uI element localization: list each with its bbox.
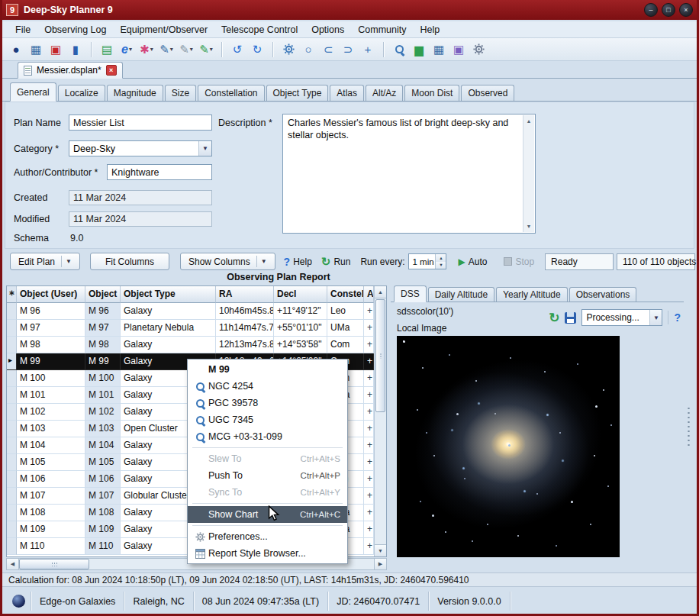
dss-image[interactable] [397, 336, 620, 557]
panels-icon[interactable]: ▣ [449, 40, 468, 59]
detail-tab-observations[interactable]: Observations [569, 287, 637, 302]
pencil-gray-icon[interactable]: ✎▾ [177, 40, 195, 59]
lookup-ngc-4254[interactable]: NGC 4254 [188, 378, 347, 395]
telescope-ring-icon[interactable]: ○ [299, 40, 317, 59]
web-browser-icon[interactable]: e▾ [118, 40, 136, 59]
column-header-object-type[interactable]: Object Type [121, 286, 216, 303]
title-bar[interactable]: 9 Deep-Sky Planner 9 – □ × [0, 0, 699, 20]
menu-telescope-control[interactable]: Telescope Control [214, 22, 304, 37]
minimize-button[interactable]: – [644, 3, 658, 17]
cell-user[interactable]: M 97 [17, 320, 85, 337]
cell-a[interactable]: + [364, 488, 374, 505]
stepper-down-icon[interactable]: ▼ [436, 262, 446, 269]
description-field[interactable]: Charles Messier's famous list of bright … [282, 114, 536, 234]
tab-observed[interactable]: Observed [461, 85, 514, 101]
menu-community[interactable]: Community [351, 22, 413, 37]
scroll-left-icon[interactable]: ◀ [7, 559, 19, 569]
cell-a[interactable]: + [364, 353, 374, 370]
column-header-ra[interactable]: RA [216, 286, 274, 303]
cell-a[interactable]: + [364, 471, 374, 488]
context-menu-header[interactable]: M 99 [188, 361, 347, 378]
menu-options[interactable]: Options [304, 22, 351, 37]
cell-a[interactable]: + [364, 521, 374, 538]
cell-obj[interactable]: M 101 [85, 387, 121, 404]
cell-a[interactable]: + [364, 303, 374, 320]
tab-general[interactable]: General [10, 82, 56, 102]
category-select[interactable]: Deep-Sky ▼ [69, 140, 212, 156]
cell-a[interactable]: + [364, 370, 374, 387]
edit-plan-button[interactable]: Edit Plan ▼ [10, 253, 80, 270]
column-header-decl[interactable]: Decl [274, 286, 327, 303]
chevron-down-icon[interactable]: ▼ [261, 258, 267, 265]
new-list-icon[interactable]: ▤ [98, 40, 116, 59]
maximize-button[interactable]: □ [662, 3, 675, 17]
processing-select[interactable]: Processing... ▼ [581, 309, 662, 326]
observer-search-icon[interactable] [390, 40, 408, 59]
cell-user[interactable]: M 102 [17, 404, 85, 421]
cell-user[interactable]: M 99 [17, 353, 85, 370]
cell-a[interactable]: + [364, 404, 374, 421]
display-icon[interactable]: ▣ [47, 40, 65, 59]
cell-obj[interactable]: M 105 [85, 454, 121, 471]
cell-obj[interactable]: M 106 [85, 471, 121, 488]
cell-obj[interactable]: M 97 [85, 320, 121, 337]
document-tab[interactable]: Messier.dsplan* × [18, 62, 123, 79]
cell-user[interactable]: M 110 [17, 538, 85, 555]
cell-decl[interactable]: +55°01'10" [274, 320, 327, 337]
save-icon[interactable]: ▮ [66, 40, 85, 59]
scrollbar-thumb[interactable] [375, 299, 385, 412]
tab-object-type[interactable]: Object Type [266, 85, 329, 101]
chevron-down-icon[interactable]: ▼ [198, 141, 211, 156]
cell-obj[interactable]: M 109 [85, 521, 121, 538]
cell-user[interactable]: M 109 [17, 521, 85, 538]
cell-type[interactable]: Galaxy [121, 303, 216, 320]
cell-obj[interactable]: M 107 [85, 488, 121, 505]
cell-obj[interactable]: M 103 [85, 421, 121, 437]
cell-a[interactable]: + [364, 538, 374, 555]
cell-decl[interactable]: +14°53'58" [274, 337, 327, 353]
cell-a[interactable]: + [364, 421, 374, 437]
cell-decl[interactable]: +11°49'12" [274, 303, 327, 320]
column-header-constel[interactable]: Constel [327, 286, 364, 303]
cell-user[interactable]: M 104 [17, 437, 85, 454]
cell-user[interactable]: M 101 [17, 387, 85, 404]
help-button[interactable]: ? Help [280, 253, 316, 270]
tab-localize[interactable]: Localize [58, 85, 105, 101]
chevron-down-icon[interactable]: ▼ [649, 310, 662, 325]
cell-user[interactable]: M 105 [17, 454, 85, 471]
chevron-down-icon[interactable]: ▼ [66, 258, 72, 265]
tab-alt-az[interactable]: Alt/Az [366, 85, 403, 101]
report-grid-icon[interactable]: ▦ [430, 40, 448, 59]
cell-type[interactable]: Galaxy [121, 337, 216, 353]
time-clock-icon[interactable]: ↻ [248, 40, 266, 59]
cell-con[interactable]: Com [327, 337, 364, 353]
cell-con[interactable]: Leo [327, 303, 364, 320]
cell-a[interactable]: + [364, 505, 374, 521]
interval-stepper[interactable]: 1 min ▲▼ [408, 253, 446, 269]
stepper-arrows[interactable]: ▲▼ [435, 254, 446, 269]
menu-item-push-to[interactable]: Push ToCtrl+Alt+P [188, 467, 347, 484]
menu-file[interactable]: File [8, 22, 37, 37]
cell-con[interactable]: UMa [327, 320, 364, 337]
cell-a[interactable]: + [364, 454, 374, 471]
cell-a[interactable]: + [364, 387, 374, 404]
cell-type[interactable]: Planetary Nebula [121, 320, 216, 337]
vertical-scrollbar[interactable]: ▲ ▼ [374, 286, 386, 556]
detail-tab-daily-altitude[interactable]: Daily Altitude [428, 287, 494, 302]
cell-obj[interactable]: M 98 [85, 337, 121, 353]
cell-user[interactable]: M 108 [17, 505, 85, 521]
cell-user[interactable]: M 103 [17, 421, 85, 437]
tab-constellation[interactable]: Constellation [198, 85, 264, 101]
run-button[interactable]: ↻ Run [317, 253, 355, 270]
menu-item-preferences[interactable]: Preferences... [188, 528, 347, 545]
column-header-object[interactable]: Object [85, 286, 121, 303]
telescope-park-icon[interactable]: + [359, 40, 377, 59]
cell-obj[interactable]: M 96 [85, 303, 121, 320]
cell-a[interactable]: + [364, 437, 374, 454]
tab-atlas[interactable]: Atlas [330, 85, 364, 101]
tab-moon-dist[interactable]: Moon Dist [404, 85, 459, 101]
telescope-gear-icon[interactable] [279, 40, 298, 59]
cell-ra[interactable]: 11h14m47s.7 [216, 320, 274, 337]
tab-magnitude[interactable]: Magnitude [107, 85, 163, 101]
lookup-mcg-03-31-099[interactable]: MCG +03-31-099 [188, 428, 347, 445]
